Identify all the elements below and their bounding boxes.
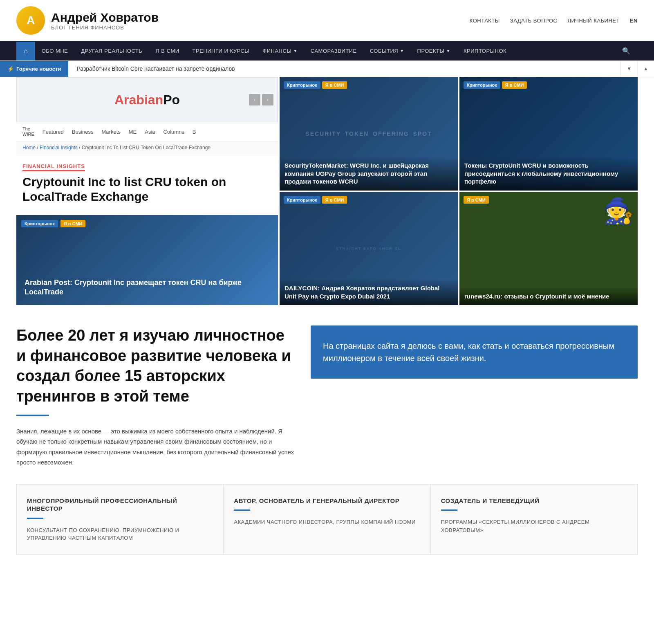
breaking-label: ⚡ Горячие новости (0, 61, 68, 77)
item-4-tags: Я в СМИ (464, 196, 489, 204)
wire-line2: WIRE (22, 132, 34, 137)
wire-navigation: The WIRE Featured Business Markets ME As… (16, 122, 278, 141)
nav-contacts[interactable]: КОНТАКТЫ (470, 18, 500, 24)
card-creator-divider (441, 509, 457, 511)
news-arrows: ▼ ▲ (620, 61, 654, 76)
item-2-tag-media: Я в СМИ (502, 81, 527, 89)
nav-personal-cabinet[interactable]: ЛИЧНЫЙ КАБИНЕТ (567, 18, 620, 24)
arabian-post-logo: ArabianPo (114, 92, 180, 108)
item-4-title: runews24.ru: отзывы о Cryptounit и моё м… (464, 292, 633, 301)
articles-grid: SECURITY TOKEN OFFERING SPOT Крипторынок… (280, 77, 638, 305)
finance-dropdown-arrow: ▼ (293, 49, 297, 53)
nav-events[interactable]: СОБЫТИЯ ▼ (363, 42, 411, 60)
nav-ask-question[interactable]: ЗАДАТЬ ВОПРОС (510, 18, 558, 24)
about-text: Знания, лежащие в их основе — это выжимк… (16, 426, 294, 468)
card-author-text: АКАДЕМИИ ЧАСТНОГО ИНВЕСТОРА, ГРУППЫ КОМП… (234, 518, 420, 526)
banner-navigation: ‹ › (249, 94, 273, 105)
breadcrumb-section[interactable]: Financial Insights (40, 145, 78, 150)
news-arrow-down[interactable]: ▼ (620, 61, 637, 76)
content-wrapper: ArabianPo ‹ › The WIRE Featured Business… (0, 77, 654, 305)
top-header: A Андрей Ховратов БЛОГ ГЕНИЯ ФИНАНСОВ КО… (0, 0, 654, 41)
grid-item-4[interactable]: 🧙 Я в СМИ runews24.ru: отзывы о Cryptoun… (459, 192, 638, 305)
wire-columns[interactable]: Columns (164, 129, 184, 135)
wire-business[interactable]: Business (72, 129, 94, 135)
item-2-tags: Крипторынок Я в СМИ (464, 81, 527, 89)
card-investor: МНОГОПРОФИЛЬНЫЙ ПРОФЕССИОНАЛЬНЫЙ ИНВЕСТО… (16, 484, 224, 555)
article-content: FINANCIAL INSIGHTS Cryptounit Inc to lis… (16, 154, 278, 215)
arabian-post-banner: ArabianPo ‹ › (16, 77, 278, 122)
item-2-content: Токены CryptoUnit WCRU и возможность при… (459, 157, 638, 191)
item-1-tag-crypto: Крипторынок (284, 81, 320, 89)
projects-dropdown-arrow: ▼ (446, 49, 450, 53)
item-3-tag-media: Я в СМИ (322, 196, 347, 204)
card-investor-title: МНОГОПРОФИЛЬНЫЙ ПРОФЕССИОНАЛЬНЫЙ ИНВЕСТО… (27, 497, 213, 513)
item-3-tag-crypto: Крипторынок (284, 196, 320, 204)
item-1-tags: Крипторынок Я в СМИ (284, 81, 347, 89)
wire-asia[interactable]: Asia (145, 129, 155, 135)
item-1-tag-media: Я в СМИ (322, 81, 347, 89)
nav-finance[interactable]: ФИНАНСЫ ▼ (256, 42, 304, 60)
home-button[interactable]: ⌂ (16, 42, 35, 61)
featured-overlay: Крипторынок Я в СМИ Arabian Post: Crypto… (16, 215, 278, 305)
card-creator-title: СОЗДАТЕЛЬ И ТЕЛЕВЕДУЩИЙ (441, 497, 627, 505)
article-subtitle: Arabian Post: Cryptounit Inc размещает т… (25, 278, 270, 297)
banner-next-button[interactable]: › (262, 94, 273, 105)
item-1-title: SecurityTokenMarket: WCRU Inc. и швейцар… (284, 162, 453, 186)
nav-other-reality[interactable]: ДРУГАЯ РЕАЛЬНОСТЬ (74, 42, 149, 60)
wire-featured[interactable]: Featured (43, 129, 64, 135)
site-title: Андрей Ховратов БЛОГ ГЕНИЯ ФИНАНСОВ (51, 11, 159, 31)
wire-line1: The (22, 126, 34, 132)
tag-media: Я в СМИ (60, 220, 86, 227)
main-navigation: ⌂ ОБО МНЕ ДРУГАЯ РЕАЛЬНОСТЬ Я В СМИ ТРЕН… (0, 41, 654, 61)
grid-item-3[interactable]: Straight Expo Khor Gl Крипторынок Я в СМ… (280, 192, 458, 305)
news-arrow-up[interactable]: ▲ (637, 61, 654, 76)
about-section: Более 20 лет я изучаю личностное и финан… (0, 305, 654, 484)
search-button[interactable]: 🔍 (615, 41, 638, 61)
grid-item-2[interactable]: Крипторынок Я в СМИ Токены CryptoUnit WC… (459, 77, 638, 191)
about-title: Более 20 лет я изучаю личностное и финан… (16, 325, 294, 406)
banner-prev-button[interactable]: ‹ (249, 94, 260, 105)
about-highlight-box: На страницах сайта я делюсь с вами, как … (311, 325, 638, 379)
events-dropdown-arrow: ▼ (400, 49, 404, 53)
nav-trainings[interactable]: ТРЕНИНГИ И КУРСЫ (186, 42, 256, 60)
item-4-tag-media: Я в СМИ (464, 196, 489, 204)
top-navigation: КОНТАКТЫ ЗАДАТЬ ВОПРОС ЛИЧНЫЙ КАБИНЕТ EN (470, 18, 638, 24)
card-creator-text: ПРОГРАММЫ «СЕКРЕТЫ МИЛЛИОНЕРОВ С АНДРЕЕМ… (441, 518, 627, 534)
breaking-news-text: Разработчик Bitcoin Core настаивает на з… (68, 61, 620, 77)
site-subtitle: БЛОГ ГЕНИЯ ФИНАНСОВ (51, 25, 159, 31)
site-logo[interactable]: A (16, 6, 45, 35)
breadcrumb-sep2: / (79, 145, 82, 150)
grid-item-1[interactable]: SECURITY TOKEN OFFERING SPOT Крипторынок… (280, 77, 458, 191)
card-author-divider (234, 509, 250, 511)
about-divider (16, 415, 49, 416)
nav-in-media[interactable]: Я В СМИ (149, 42, 186, 60)
breadcrumb-current: Cryptounit Inc To List CRU Token On Loca… (82, 145, 211, 150)
nav-language[interactable]: EN (630, 18, 638, 24)
site-name: Андрей Ховратов (51, 11, 159, 25)
card-author-title: АВТОР, ОСНОВАТЕЛЬ И ГЕНЕРАЛЬНЫЙ ДИРЕКТОР (234, 497, 420, 505)
card-investor-divider (27, 518, 43, 519)
about-highlight-text: На страницах сайта я делюсь с вами, как … (323, 340, 625, 364)
item-2-tag-crypto: Крипторынок (464, 81, 500, 89)
bolt-icon: ⚡ (7, 66, 14, 72)
article-title: Cryptounit Inc to list CRU token on Loca… (22, 175, 272, 204)
wire-me[interactable]: ME (129, 129, 137, 135)
card-investor-text: КОНСУЛЬТАНТ ПО СОХРАНЕНИЮ, ПРИУМНОЖЕНИЮ … (27, 526, 213, 542)
breadcrumb-home[interactable]: Home (22, 145, 36, 150)
about-left: Более 20 лет я изучаю личностное и финан… (16, 325, 294, 468)
card-author: АВТОР, ОСНОВАТЕЛЬ И ГЕНЕРАЛЬНЫЙ ДИРЕКТОР… (224, 484, 430, 555)
nav-projects[interactable]: ПРОЕКТЫ ▼ (411, 42, 457, 60)
the-wire-logo: The WIRE (22, 126, 34, 137)
nav-crypto[interactable]: КРИПТОРЫНОК (457, 42, 513, 60)
wire-markets[interactable]: Markets (102, 129, 121, 135)
featured-article: ArabianPo ‹ › The WIRE Featured Business… (16, 77, 278, 305)
arabian-logo-black: Po (163, 92, 180, 107)
nav-self-dev[interactable]: САМОРАЗВИТИЕ (304, 42, 363, 60)
tag-krypto: Крипторынок (21, 220, 58, 227)
arabian-logo-red: Arabian (114, 92, 163, 107)
nav-about[interactable]: ОБО МНЕ (35, 42, 75, 60)
item-3-content: DAILYCOIN: Андрей Ховратов представляет … (280, 279, 458, 305)
wire-b[interactable]: B (193, 129, 196, 135)
breaking-news-bar: ⚡ Горячие новости Разработчик Bitcoin Co… (0, 61, 654, 77)
breaking-label-text: Горячие новости (16, 66, 61, 72)
